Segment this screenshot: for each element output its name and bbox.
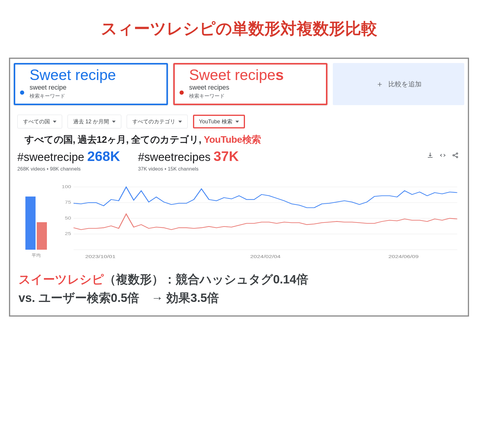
add-compare-label: 比較を追加 [388,80,422,89]
chevron-down-icon [53,121,56,123]
hashtag-row: #sweetrecipe 268K 268K videos • 98K chan… [10,147,468,172]
hashtag-b-tag: #sweetrecipes [138,151,211,164]
compare-b-title: Sweet recipes [189,67,321,82]
filter-row: すべての国 過去 12 か月間 すべてのカテゴリ YouTube 検索 [10,112,468,131]
svg-text:2024/02/04: 2024/02/04 [250,254,281,259]
svg-text:2024/06/09: 2024/06/09 [388,254,419,259]
hashtag-a: #sweetrecipe 268K 268K videos • 98K chan… [17,148,120,172]
avg-bar-red [37,222,47,250]
chart-area: 平均 2550751002023/10/012024/02/042024/06/… [10,172,468,265]
compare-a-sub: 検索キーワード [30,93,161,99]
line-chart-svg: 2550751002023/10/012024/02/042024/06/09 [57,184,461,262]
compare-b-sub: 検索キーワード [189,93,321,99]
avg-label: 平均 [32,253,41,258]
svg-text:2023/10/01: 2023/10/01 [85,254,116,259]
add-compare-button[interactable]: ＋ 比較を追加 [333,63,464,105]
chart-actions [427,148,461,160]
hashtag-a-count: 268K [87,148,120,164]
filter-source[interactable]: YouTube 検索 [193,115,245,128]
compare-b-term: sweet recipes [189,84,321,91]
download-icon[interactable] [427,152,434,160]
conclusion-text: スイーツレシピ（複数形）：競合ハッシュタグ0.14倍 vs. ユーザー検索0.5… [10,265,468,315]
hashtag-b: #sweetrecipes 37K 37K videos • 15K chann… [138,148,239,172]
plus-icon: ＋ [376,79,384,89]
svg-text:100: 100 [62,184,71,189]
chevron-down-icon [235,121,239,123]
page-title: スィーツレシピの単数形対複数形比較 [9,18,469,40]
embed-icon[interactable] [439,152,446,160]
svg-point-2 [456,157,458,158]
avg-bar-blue [25,197,36,250]
line-chart: 2550751002023/10/012024/02/042024/06/09 [57,184,461,262]
svg-text:50: 50 [65,216,71,220]
filter-period[interactable]: 過去 12 か月間 [68,115,121,128]
series-dot-blue [20,90,24,95]
compare-term-b[interactable]: Sweet recipes sweet recipes 検索キーワード [173,63,327,105]
svg-point-1 [456,153,458,154]
svg-point-0 [453,155,454,156]
hashtag-b-count: 37K [214,148,239,164]
chevron-down-icon [112,121,116,123]
compare-a-title: Sweet recipe [30,67,161,82]
avg-bars [23,184,50,250]
avg-column: 平均 [17,184,56,262]
hashtag-b-sub: 37K videos • 15K channels [138,166,239,172]
hashtag-a-tag: #sweetrecipe [17,151,84,164]
svg-text:25: 25 [65,231,71,236]
compare-term-a[interactable]: Sweet recipe sweet recipe 検索キーワード [14,63,168,105]
filter-category[interactable]: すべてのカテゴリ [127,115,188,128]
hashtag-a-sub: 268K videos • 98K channels [17,166,120,172]
compare-row: Sweet recipe sweet recipe 検索キーワード Sweet … [10,59,468,112]
series-dot-red [180,90,184,95]
svg-text:75: 75 [65,200,71,205]
filter-country[interactable]: すべての国 [17,115,62,128]
compare-a-term: sweet recipe [30,84,161,91]
chevron-down-icon [178,121,182,123]
share-icon[interactable] [452,152,459,160]
filter-annotation: すべての国, 過去12ヶ月, 全てのカテゴリ, YouTube検索 [10,131,468,147]
trends-panel: Sweet recipe sweet recipe 検索キーワード Sweet … [9,58,469,317]
